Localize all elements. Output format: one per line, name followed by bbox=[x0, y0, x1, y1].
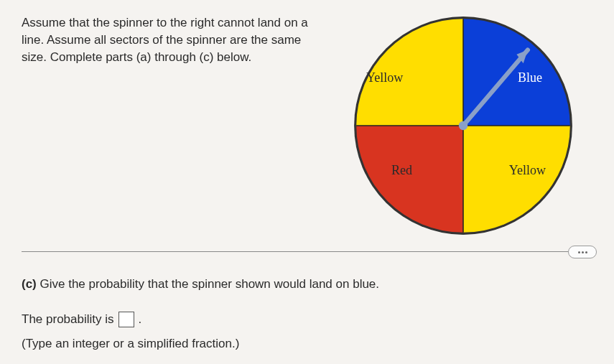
answer-line: The probability is . bbox=[22, 309, 592, 331]
answer-suffix: . bbox=[139, 309, 142, 331]
answer-input-box[interactable] bbox=[118, 312, 134, 327]
sector-bottom-right bbox=[463, 126, 570, 233]
sector-bottom-left bbox=[356, 126, 463, 233]
spinner-svg bbox=[352, 14, 575, 237]
part-label: (c) bbox=[22, 277, 37, 291]
problem-intro-text: Assume that the spinner to the right can… bbox=[22, 14, 323, 237]
problem-top-section: Assume that the spinner to the right can… bbox=[22, 14, 592, 252]
sector-label-bottom-left: Red bbox=[391, 163, 412, 178]
question-section: (c) Give the probability that the spinne… bbox=[22, 252, 592, 355]
question-prompt: Give the probability that the spinner sh… bbox=[40, 277, 380, 291]
sector-label-bottom-right: Yellow bbox=[509, 163, 546, 178]
question-prompt-line: (c) Give the probability that the spinne… bbox=[22, 274, 592, 296]
spinner-figure: Yellow Blue Red Yellow bbox=[352, 14, 575, 237]
sector-label-top-left: Yellow bbox=[366, 70, 403, 85]
answer-hint: (Type an integer or a simplified fractio… bbox=[22, 333, 592, 355]
dot-icon bbox=[582, 251, 584, 253]
spinner-center-pin bbox=[459, 121, 468, 130]
sector-label-top-right: Blue bbox=[518, 70, 542, 85]
dot-icon bbox=[585, 251, 587, 253]
answer-prefix: The probability is bbox=[22, 309, 114, 331]
more-options-button[interactable] bbox=[568, 246, 597, 258]
dot-icon bbox=[578, 251, 580, 253]
